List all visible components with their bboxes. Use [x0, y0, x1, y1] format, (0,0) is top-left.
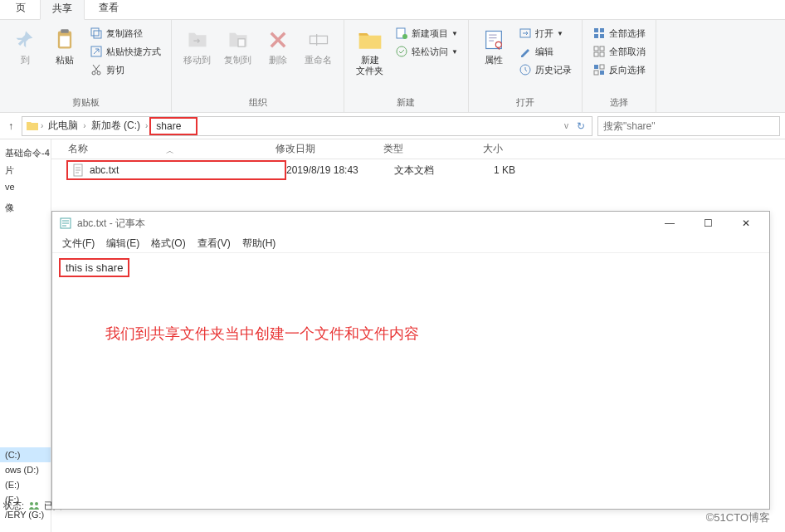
new-item-button[interactable]: 新建项目 ▼: [392, 25, 461, 41]
breadcrumb[interactable]: › 此电脑 › 新加卷 (C:) › share v ↻: [22, 116, 592, 136]
search-box[interactable]: [597, 116, 780, 136]
invert-select-button[interactable]: 反向选择: [589, 61, 649, 78]
svg-rect-17: [594, 28, 598, 32]
invert-icon: [592, 63, 606, 76]
shared-status-icon: [27, 499, 41, 512]
text-file-icon: [71, 164, 85, 177]
file-size: 1 KB: [494, 164, 593, 176]
svg-rect-3: [91, 28, 99, 36]
chevron-right-icon[interactable]: ›: [145, 121, 148, 130]
shortcut-icon: [90, 45, 103, 58]
paste-icon: [51, 27, 78, 53]
list-header: 名称 修改日期 类型 大小: [51, 139, 785, 159]
svg-point-31: [35, 502, 38, 505]
sidebar-item[interactable]: 像: [0, 199, 51, 217]
notepad-titlebar[interactable]: abc.txt - 记事本 — ☐ ✕: [52, 212, 769, 235]
refresh-icon[interactable]: ↻: [573, 120, 588, 132]
properties-button[interactable]: 属性: [475, 23, 512, 69]
dropdown-icon[interactable]: v: [561, 121, 572, 130]
svg-point-30: [30, 502, 33, 505]
col-size[interactable]: 大小: [483, 142, 583, 156]
col-type[interactable]: 类型: [383, 142, 483, 156]
menu-view[interactable]: 查看(V): [193, 235, 236, 252]
sidebar-top[interactable]: 基础命令-4: [0, 144, 51, 162]
tab-page[interactable]: 页: [3, 0, 38, 19]
sidebar-drive-e[interactable]: (E:): [0, 477, 51, 492]
tab-share[interactable]: 共享: [40, 0, 85, 20]
svg-rect-9: [310, 36, 327, 43]
svg-rect-8: [238, 39, 245, 46]
cut-button[interactable]: 剪切: [86, 61, 164, 78]
copy-to-icon: [225, 27, 251, 53]
collapse-icon[interactable]: ︿: [166, 145, 174, 157]
deselect-button[interactable]: 全部取消: [589, 43, 649, 60]
move-to-button[interactable]: 移动到: [178, 23, 216, 69]
svg-point-14: [495, 41, 501, 47]
pin-button[interactable]: 到: [7, 23, 43, 69]
sidebar-item[interactable]: 片: [0, 162, 51, 179]
crumb-folder[interactable]: share: [149, 117, 197, 135]
ribbon-group-clipboard: 到 粘贴 复制路径 粘贴快捷方式 剪切: [0, 20, 172, 112]
rename-button[interactable]: 重命名: [300, 23, 337, 69]
copy-path-button[interactable]: 复制路径: [86, 25, 164, 41]
file-type: 文本文档: [394, 164, 494, 178]
crumb-this-pc[interactable]: 此电脑: [45, 119, 81, 133]
address-bar: ↑ › 此电脑 › 新加卷 (C:) › share v ↻: [0, 113, 785, 139]
easy-access-button[interactable]: 轻松访问 ▼: [392, 43, 461, 60]
sidebar-item[interactable]: ve: [0, 179, 51, 194]
ribbon-group-organize: 移动到 复制到 删除 重命名 组织: [172, 20, 344, 112]
menu-format[interactable]: 格式(O): [146, 235, 190, 252]
chevron-down-icon: ▼: [557, 30, 563, 37]
search-input[interactable]: [603, 120, 774, 132]
edit-button[interactable]: 编辑: [515, 43, 575, 60]
group-label-organize: 组织: [178, 95, 337, 110]
cut-icon: [90, 63, 103, 76]
open-button[interactable]: 打开 ▼: [515, 25, 575, 41]
ribbon-group-select: 全部选择 全部取消 反向选择 选择: [583, 20, 656, 112]
menu-help[interactable]: 帮助(H): [237, 235, 281, 252]
maximize-button[interactable]: ☐: [691, 212, 724, 234]
new-folder-button[interactable]: 新建 文件夹: [351, 23, 388, 80]
folder-icon: [26, 120, 39, 133]
paste-shortcut-button[interactable]: 粘贴快捷方式: [86, 43, 164, 60]
paste-button[interactable]: 粘贴: [46, 23, 83, 69]
easy-access-icon: [395, 45, 408, 58]
col-name[interactable]: 名称: [51, 142, 275, 156]
chevron-right-icon[interactable]: ›: [41, 121, 43, 130]
notepad-icon: [59, 217, 72, 230]
select-all-button[interactable]: 全部选择: [589, 25, 649, 41]
move-to-icon: [184, 27, 211, 53]
sidebar-drive-d[interactable]: ows (D:): [0, 462, 51, 477]
up-icon[interactable]: ↑: [5, 119, 17, 134]
col-date[interactable]: 修改日期: [275, 142, 383, 156]
status-label: 状态:: [3, 500, 24, 512]
edit-icon: [519, 45, 532, 58]
annotation-text: 我们到共享文件夹当中创建一个文件和文件内容: [105, 324, 763, 344]
group-label-new: 新建: [351, 95, 461, 110]
ribbon-tabs: 页 共享 查看: [0, 0, 785, 20]
file-row[interactable]: abc.txt 2019/8/19 18:43 文本文档 1 KB: [51, 159, 785, 181]
svg-rect-2: [60, 36, 70, 46]
deselect-icon: [592, 45, 606, 58]
sidebar-drive-c[interactable]: (C:): [0, 447, 51, 462]
svg-rect-26: [600, 65, 604, 69]
notepad-window: abc.txt - 记事本 — ☐ ✕ 文件(F) 编辑(E) 格式(O) 查看…: [51, 211, 770, 510]
tab-view[interactable]: 查看: [86, 0, 131, 19]
svg-point-7: [97, 71, 100, 75]
notepad-body[interactable]: this is share 我们到共享文件夹当中创建一个文件和文件内容: [52, 253, 769, 349]
history-button[interactable]: 历史记录: [515, 61, 575, 78]
minimize-button[interactable]: —: [653, 212, 686, 234]
copy-to-button[interactable]: 复制到: [219, 23, 256, 69]
svg-rect-25: [594, 65, 598, 69]
menu-edit[interactable]: 编辑(E): [101, 235, 144, 252]
new-folder-icon: [357, 27, 383, 53]
group-label-select: 选择: [589, 95, 649, 110]
chevron-right-icon[interactable]: ›: [83, 121, 85, 130]
delete-button[interactable]: 删除: [260, 23, 296, 69]
close-button[interactable]: ✕: [729, 212, 763, 234]
menu-file[interactable]: 文件(F): [57, 235, 100, 252]
svg-rect-21: [594, 46, 598, 51]
crumb-drive[interactable]: 新加卷 (C:): [88, 119, 144, 133]
notepad-menu: 文件(F) 编辑(E) 格式(O) 查看(V) 帮助(H): [52, 235, 769, 253]
chevron-down-icon: ▼: [451, 30, 458, 37]
